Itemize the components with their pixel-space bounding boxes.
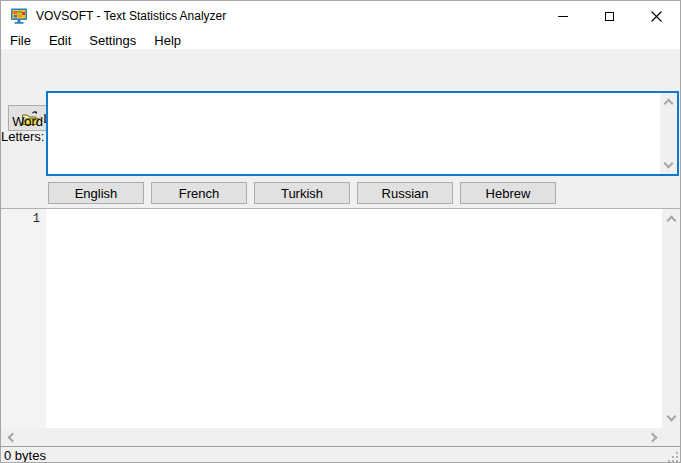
window-controls [539, 1, 680, 31]
menu-settings[interactable]: Settings [80, 32, 145, 49]
french-button[interactable]: French [151, 182, 247, 204]
editor-horizontal-scrollbar[interactable] [1, 428, 664, 446]
menu-bar: File Edit Settings Help [1, 31, 680, 49]
chevron-left-icon [8, 433, 18, 443]
scroll-up-button[interactable] [663, 212, 680, 229]
status-bar: 0 bytes [1, 446, 680, 463]
minimize-icon [558, 16, 568, 17]
chevron-down-icon [667, 412, 677, 422]
line-number-gutter: 1 [1, 209, 46, 428]
resize-grip-icon[interactable] [666, 450, 679, 463]
chevron-down-icon [664, 159, 674, 169]
editor-vertical-scrollbar[interactable] [662, 209, 680, 428]
maximize-icon [605, 12, 614, 21]
scroll-up-button[interactable] [660, 95, 677, 112]
toolbar: Load Text From File... Analyze Edit Word… [1, 49, 680, 89]
maximize-button[interactable] [586, 1, 633, 31]
app-window: VOVSOFT - Text Statistics Analyzer File … [0, 0, 681, 463]
window-title: VOVSOFT - Text Statistics Analyzer [36, 9, 226, 23]
menu-help[interactable]: Help [145, 32, 190, 49]
word-letters-label: Word Letters: [1, 114, 43, 144]
scroll-down-button[interactable] [660, 155, 677, 172]
chevron-right-icon [648, 433, 658, 443]
word-letters-input[interactable] [46, 91, 679, 176]
chevron-up-icon [667, 216, 677, 226]
scroll-down-button[interactable] [663, 408, 680, 425]
menu-edit[interactable]: Edit [40, 32, 80, 49]
title-bar: VOVSOFT - Text Statistics Analyzer [1, 1, 680, 31]
word-letters-value [51, 95, 657, 172]
app-icon [10, 7, 28, 25]
line-number: 1 [1, 209, 46, 226]
chevron-up-icon [664, 99, 674, 109]
hebrew-button[interactable]: Hebrew [460, 182, 556, 204]
close-icon [651, 11, 662, 22]
english-button[interactable]: English [48, 182, 144, 204]
scroll-left-button[interactable] [4, 429, 21, 446]
turkish-button[interactable]: Turkish [254, 182, 350, 204]
russian-button[interactable]: Russian [357, 182, 453, 204]
scroll-right-button[interactable] [644, 429, 661, 446]
text-editor[interactable]: 1 [1, 209, 680, 446]
scrollbar-corner [664, 428, 681, 446]
status-text: 0 bytes [4, 448, 46, 463]
word-letters-scrollbar[interactable] [660, 93, 677, 174]
minimize-button[interactable] [539, 1, 586, 31]
editor-content[interactable] [46, 209, 664, 428]
close-button[interactable] [633, 1, 680, 31]
menu-file[interactable]: File [1, 32, 40, 49]
